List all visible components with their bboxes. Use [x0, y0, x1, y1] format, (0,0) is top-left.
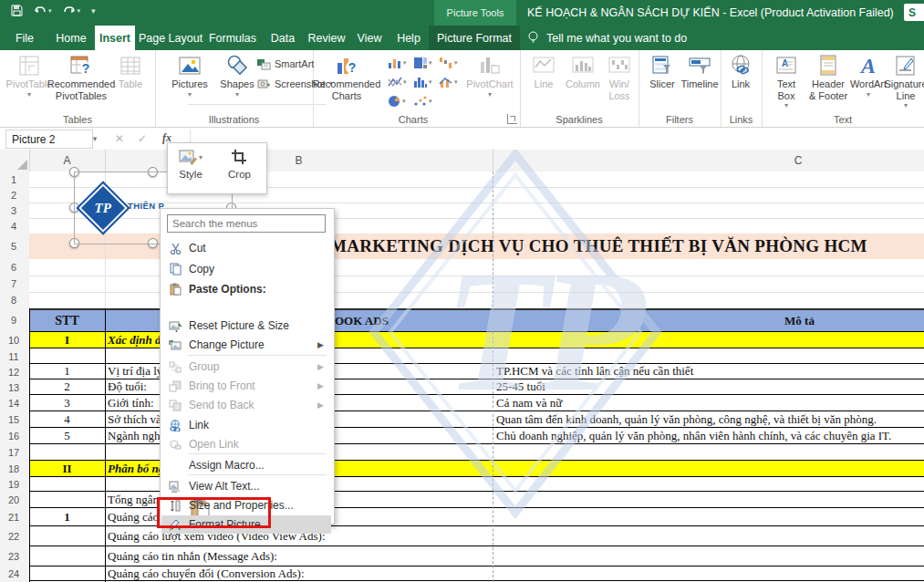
group-illustrations: Pictures▾ Shapes▾ SmartArt Screenshot▾ I… — [155, 50, 314, 127]
table-button[interactable]: Table — [111, 54, 150, 90]
name-box[interactable]: Picture 2 — [5, 130, 93, 149]
undo-icon[interactable]: ▾ — [34, 5, 52, 16]
slicer-button[interactable]: Slicer — [646, 54, 679, 90]
recommended-charts-button[interactable]: ? Recommended Charts — [317, 54, 376, 101]
group-links: Link Links — [721, 50, 763, 127]
save-icon[interactable] — [11, 5, 23, 16]
row-header[interactable]: 5 — [0, 234, 27, 259]
tab-view[interactable]: View — [352, 26, 387, 50]
row-header[interactable]: 10 — [0, 332, 27, 348]
formula-input[interactable] — [190, 130, 924, 147]
tab-data[interactable]: Data — [265, 26, 301, 50]
group-sparklines: Line Column Win/ Loss Sparklines — [520, 50, 639, 127]
send-to-back-icon — [161, 400, 189, 411]
tab-help[interactable]: Help — [392, 26, 425, 50]
row-header[interactable]: 17 — [0, 444, 27, 461]
cancel-icon[interactable]: ✕ — [109, 130, 130, 147]
row-header[interactable]: 15 — [0, 411, 27, 428]
cut-icon — [161, 243, 189, 255]
header-mota: Mô tả — [493, 314, 924, 328]
sparkline-winloss-button[interactable]: Win/ Loss — [604, 54, 635, 101]
crop-button[interactable]: Crop — [228, 149, 251, 180]
style-button[interactable]: ▾ Style — [179, 149, 202, 180]
row-header[interactable]: 6 — [0, 259, 27, 275]
row-header[interactable]: 21 — [0, 508, 27, 526]
menu-item-cut[interactable]: Cut — [161, 239, 331, 257]
row-header[interactable]: 19 — [0, 477, 27, 492]
column-header-a[interactable]: A — [29, 150, 106, 171]
header-footer-button[interactable]: Header & Footer — [807, 54, 849, 101]
insert-line-chart-button[interactable]: ▾ — [388, 76, 407, 88]
insert-hierarchy-chart-button[interactable]: ▾ — [413, 57, 432, 69]
picture-tools-contextual-label: Picture Tools — [434, 0, 516, 26]
menu-separator — [188, 453, 327, 454]
menu-item-change-picture[interactable]: Change Picture▶ — [161, 336, 331, 354]
pictures-icon — [178, 54, 202, 78]
insert-statistic-chart-button[interactable]: ▾ — [413, 76, 432, 88]
shapes-button[interactable]: Shapes▾ — [217, 54, 257, 99]
text-box-button[interactable]: A Text Box▾ — [769, 54, 804, 109]
tab-file[interactable]: File — [7, 26, 42, 50]
timeline-button[interactable]: Timeline — [680, 54, 719, 90]
menu-item-reset-picture[interactable]: Reset Picture & Size — [161, 317, 331, 335]
sparkline-column-button[interactable]: Column — [564, 54, 602, 90]
enter-icon[interactable]: ✓ — [132, 130, 152, 147]
column-header-b[interactable]: B — [105, 150, 493, 171]
row-header[interactable]: 13 — [0, 379, 27, 395]
link-button[interactable]: Link — [725, 54, 756, 90]
recommended-pivottables-button[interactable]: ? Recommended PivotTables — [55, 54, 108, 101]
row-header[interactable]: 24 — [0, 566, 27, 581]
wordart-button[interactable]: A WordArt▾ — [851, 54, 886, 99]
table-border-left — [29, 308, 30, 582]
insert-pie-chart-button[interactable]: ▾ — [388, 95, 406, 108]
tab-review[interactable]: Review — [305, 26, 348, 50]
sparkline-line-button[interactable]: Line — [527, 54, 560, 90]
menu-item-assign-macro[interactable]: Assign Macro... — [161, 456, 331, 474]
row-header[interactable]: 8 — [0, 292, 27, 308]
column-chart-icon — [388, 57, 402, 69]
select-all-corner[interactable] — [0, 150, 30, 171]
tab-home[interactable]: Home — [51, 26, 91, 50]
tab-insert[interactable]: Insert — [95, 26, 135, 50]
redo-icon[interactable]: ▾ — [63, 5, 81, 16]
row-header[interactable]: 14 — [0, 395, 27, 411]
row-header[interactable]: 3 — [0, 203, 27, 218]
tab-picture-format[interactable]: Picture Format — [431, 26, 518, 50]
menu-search-input[interactable] — [167, 214, 326, 233]
signature-line-button[interactable]: Signature Line▾ — [888, 54, 924, 109]
row-header[interactable]: 18 — [0, 461, 27, 477]
menu-item-view-alt-text[interactable]: View Alt Text... — [161, 477, 331, 495]
row-header[interactable]: 16 — [0, 428, 27, 444]
row-header[interactable]: 11 — [0, 348, 27, 364]
row-header[interactable]: 22 — [0, 526, 27, 546]
row-header[interactable]: 20 — [0, 492, 27, 508]
row-header[interactable]: 4 — [0, 218, 27, 234]
row-no: 4 — [29, 412, 105, 427]
row-header[interactable]: 23 — [0, 546, 27, 566]
tell-me-box[interactable]: Tell me what you want to do — [527, 26, 687, 50]
section1-no: I — [29, 333, 105, 348]
tab-formulas[interactable]: Formulas — [206, 26, 259, 50]
row-header[interactable]: 7 — [0, 275, 27, 292]
name-box-dropdown-icon[interactable]: ▾ — [88, 130, 102, 147]
smartart-button[interactable]: SmartArt — [257, 57, 314, 70]
insert-waterfall-chart-button[interactable]: ▾ — [439, 57, 458, 69]
pivottable-button[interactable]: PivotTable▾ — [5, 54, 53, 99]
menu-item-copy[interactable]: Copy — [161, 260, 331, 278]
group-label-charts: Charts — [313, 114, 514, 125]
tab-page-layout[interactable]: Page Layout — [139, 26, 202, 50]
share-button-partial[interactable]: S — [904, 4, 924, 21]
row-header[interactable]: 12 — [0, 364, 27, 379]
row-header[interactable]: 2 — [0, 187, 27, 203]
insert-column-chart-button[interactable]: ▾ — [388, 57, 407, 69]
customize-qat-icon[interactable]: ▾ — [91, 6, 96, 16]
row-header[interactable]: 1 — [0, 171, 27, 187]
column-header-c[interactable]: C — [493, 150, 924, 171]
row-header[interactable]: 9 — [0, 308, 27, 332]
row-no: 1 — [29, 364, 105, 379]
menu-item-link[interactable]: Link — [161, 416, 331, 434]
insert-scatter-chart-button[interactable]: ▾ — [413, 95, 432, 108]
insert-combo-chart-button[interactable]: ▾ — [439, 76, 458, 88]
pictures-button[interactable]: Pictures▾ — [168, 54, 212, 99]
pivotchart-button[interactable]: PivotChart▾ — [466, 54, 514, 99]
